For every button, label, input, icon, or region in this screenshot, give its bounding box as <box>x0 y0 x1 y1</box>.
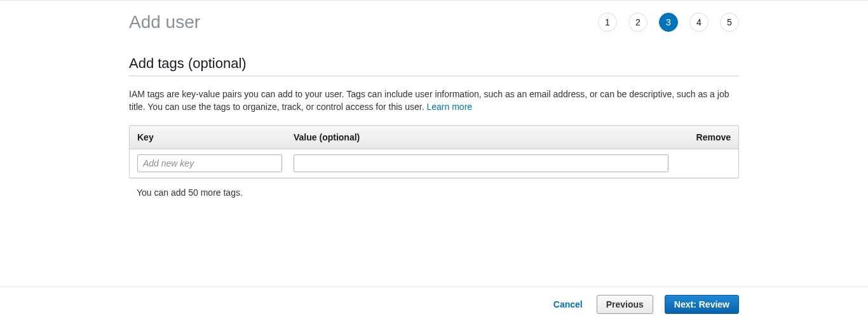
tag-key-cell <box>137 154 294 172</box>
step-4[interactable]: 4 <box>689 13 709 32</box>
footer-bar: Cancel Previous Next: Review <box>0 287 868 322</box>
tags-table: Key Value (optional) Remove <box>129 125 739 179</box>
section-description: IAM tags are key-value pairs you can add… <box>129 88 739 114</box>
learn-more-link[interactable]: Learn more <box>426 102 472 112</box>
step-1[interactable]: 1 <box>598 13 617 32</box>
tag-value-cell <box>294 154 680 172</box>
tags-hint: You can add 50 more tags. <box>129 179 739 198</box>
next-review-button[interactable]: Next: Review <box>665 295 739 314</box>
col-header-key: Key <box>137 132 294 142</box>
previous-button[interactable]: Previous <box>597 295 653 314</box>
section-title: Add tags (optional) <box>129 55 739 76</box>
page: Add user 1 2 3 4 5 Add tags (optional) I… <box>0 0 868 322</box>
content-container: Add user 1 2 3 4 5 Add tags (optional) I… <box>129 1 739 198</box>
tag-value-input[interactable] <box>294 154 668 172</box>
footer-inner: Cancel Previous Next: Review <box>129 287 739 322</box>
header-row: Add user 1 2 3 4 5 <box>129 12 739 32</box>
page-title: Add user <box>129 12 200 32</box>
wizard-stepper: 1 2 3 4 5 <box>598 13 739 32</box>
tag-row <box>130 149 738 178</box>
col-header-remove: Remove <box>680 132 731 142</box>
step-2[interactable]: 2 <box>628 13 648 32</box>
step-5[interactable]: 5 <box>720 13 739 32</box>
col-header-value: Value (optional) <box>294 132 680 142</box>
tag-key-input[interactable] <box>137 154 282 172</box>
tags-header-row: Key Value (optional) Remove <box>130 126 738 149</box>
step-3[interactable]: 3 <box>659 13 678 32</box>
cancel-button[interactable]: Cancel <box>551 295 585 313</box>
